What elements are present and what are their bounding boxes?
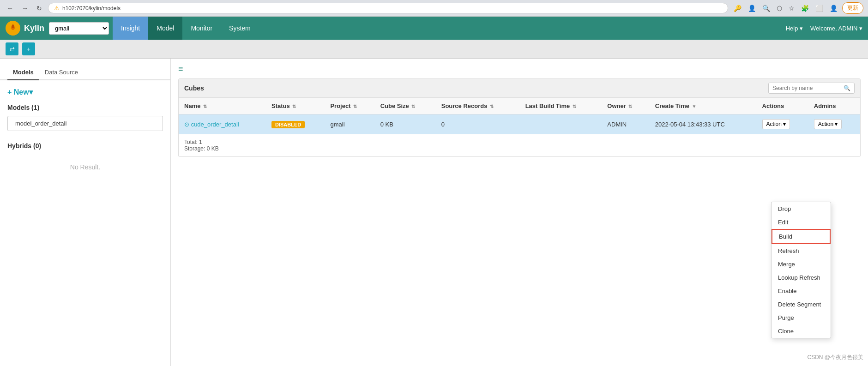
watermark: CSDN @今夜月色很美 — [807, 354, 863, 361]
action1-button[interactable]: Action ▾ — [762, 119, 790, 129]
browser-cast-icon[interactable]: ⬡ — [775, 4, 784, 13]
cube-link[interactable]: cude_order_detail — [184, 121, 239, 128]
cell-owner: ADMIN — [602, 114, 649, 134]
right-panel: ≡ Cubes 🔍 Name ⇅ Status ⇅ Project ⇅ Cube… — [171, 59, 868, 366]
header-right: Help ▾ Welcome, ADMIN ▾ — [786, 25, 862, 32]
action2-label: Action ▾ — [818, 121, 838, 127]
browser-search-icon[interactable]: 🔍 — [760, 4, 772, 13]
hybrids-title: Hybrids (0) — [0, 135, 170, 150]
browser-bar: ← → ↻ ⚠ h102:7070/kylin/models 🔑 👤 🔍 ⬡ ☆… — [0, 0, 868, 17]
model-item[interactable]: model_order_detail — [7, 116, 163, 131]
nav-monitor[interactable]: Monitor — [182, 17, 221, 40]
hamburger-button[interactable]: ≡ — [178, 64, 183, 74]
browser-ext-icon[interactable]: 🧩 — [799, 4, 811, 13]
dropdown-delete-segment[interactable]: Delete Segment — [772, 298, 831, 311]
col-create-time[interactable]: Create Time ▼ — [650, 98, 757, 114]
tab-models[interactable]: Models — [7, 66, 39, 80]
search-box: 🔍 — [768, 83, 855, 94]
cell-cube-size: 0 KB — [375, 114, 436, 134]
col-name[interactable]: Name ⇅ — [179, 98, 266, 114]
cell-create-time: 2022-05-04 13:43:33 UTC — [650, 114, 757, 134]
no-result-text: No Result. — [0, 154, 170, 180]
nav-system[interactable]: System — [221, 17, 259, 40]
col-admins: Admins — [808, 98, 860, 114]
tab-data-source[interactable]: Data Source — [39, 66, 84, 80]
add-button[interactable]: + — [22, 42, 35, 55]
dropdown-enable[interactable]: Enable — [772, 284, 831, 298]
cell-last-build-time — [520, 114, 602, 134]
toolbar: ⇄ + — [0, 40, 868, 59]
app-logo: Kylin — [6, 21, 44, 36]
new-button[interactable]: + New▾ — [0, 88, 40, 96]
col-last-build-time[interactable]: Last Build Time ⇅ — [520, 98, 602, 114]
browser-account-icon[interactable]: 👤 — [828, 4, 839, 13]
update-button[interactable]: 更新 — [842, 2, 863, 14]
browser-actions: 🔑 👤 🔍 ⬡ ☆ 🧩 ⬜ 👤 更新 — [732, 2, 863, 14]
main-content: Models Data Source + New▾ Models (1) mod… — [0, 59, 868, 366]
col-owner[interactable]: Owner ⇅ — [602, 98, 649, 114]
dropdown-drop[interactable]: Drop — [772, 202, 831, 216]
cubes-section: Cubes 🔍 Name ⇅ Status ⇅ Project ⇅ Cube S… — [178, 78, 861, 157]
cell-name: cude_order_detail — [179, 114, 266, 134]
status-badge: DISABLED — [271, 121, 305, 128]
col-cube-size[interactable]: Cube Size ⇅ — [375, 98, 436, 114]
url-bar: ⚠ h102:7070/kylin/models — [48, 3, 728, 13]
cell-action1: Action ▾ — [757, 114, 808, 134]
col-source-records[interactable]: Source Records ⇅ — [436, 98, 520, 114]
browser-window-icon[interactable]: ⬜ — [814, 4, 825, 13]
cell-source-records: 0 — [436, 114, 520, 134]
cubes-table: Name ⇅ Status ⇅ Project ⇅ Cube Size ⇅ So… — [179, 98, 860, 134]
sidebar: Models Data Source + New▾ Models (1) mod… — [0, 59, 171, 366]
dropdown-lookup-refresh[interactable]: Lookup Refresh — [772, 271, 831, 284]
search-icon: 🔍 — [844, 85, 850, 91]
logo-icon — [6, 21, 20, 36]
app-header: Kylin gmall Insight Model Monitor System… — [0, 17, 868, 40]
table-row[interactable]: cude_order_detail DISABLED gmall 0 KB 0 … — [179, 114, 860, 134]
col-project[interactable]: Project ⇅ — [325, 98, 374, 114]
nav-reload-button[interactable]: ↻ — [34, 4, 44, 13]
sidebar-tabs: Models Data Source — [0, 66, 170, 80]
nav-forward-button[interactable]: → — [19, 4, 30, 13]
project-select[interactable]: gmall — [49, 22, 109, 35]
dropdown-merge[interactable]: Merge — [772, 258, 831, 271]
search-input[interactable] — [772, 85, 842, 91]
nav-model[interactable]: Model — [148, 17, 182, 40]
dropdown-edit[interactable]: Edit — [772, 216, 831, 229]
footer-info: Total: 1 Storage: 0 KB — [179, 134, 860, 156]
model-name: model_order_detail — [15, 120, 66, 127]
cell-project: gmall — [325, 114, 374, 134]
sync-button[interactable]: ⇄ — [6, 42, 18, 55]
dropdown-purge[interactable]: Purge — [772, 311, 831, 324]
url-text: h102:7070/kylin/models — [62, 5, 121, 12]
cell-status: DISABLED — [266, 114, 325, 134]
cell-action2: Action ▾ — [808, 114, 860, 134]
app-name: Kylin — [24, 24, 44, 33]
action1-label: Action ▾ — [766, 121, 786, 127]
footer-storage: Storage: 0 KB — [184, 145, 855, 152]
dropdown-menu: Drop Edit Build Refresh Merge Lookup Ref… — [771, 202, 831, 338]
nav-insight[interactable]: Insight — [113, 17, 148, 40]
dropdown-clone[interactable]: Clone — [772, 324, 831, 338]
cubes-title: Cubes — [184, 84, 204, 92]
table-header-row: Name ⇅ Status ⇅ Project ⇅ Cube Size ⇅ So… — [179, 98, 860, 114]
footer-total: Total: 1 — [184, 139, 855, 145]
models-section-title: Models (1) — [0, 104, 170, 111]
col-status[interactable]: Status ⇅ — [266, 98, 325, 114]
dropdown-refresh[interactable]: Refresh — [772, 244, 831, 258]
svg-point-2 — [12, 24, 14, 28]
action2-button[interactable]: Action ▾ — [814, 119, 842, 129]
help-button[interactable]: Help ▾ — [786, 25, 803, 32]
browser-star-icon[interactable]: ☆ — [787, 4, 796, 13]
browser-profile-icon[interactable]: 👤 — [746, 4, 758, 13]
welcome-text[interactable]: Welcome, ADMIN ▾ — [810, 25, 862, 32]
col-actions: Actions — [757, 98, 808, 114]
security-warning-icon: ⚠ — [54, 5, 60, 12]
cubes-header: Cubes 🔍 — [179, 79, 860, 98]
nav-back-button[interactable]: ← — [5, 4, 16, 13]
dropdown-build[interactable]: Build — [772, 229, 831, 244]
browser-key-icon[interactable]: 🔑 — [732, 4, 743, 13]
